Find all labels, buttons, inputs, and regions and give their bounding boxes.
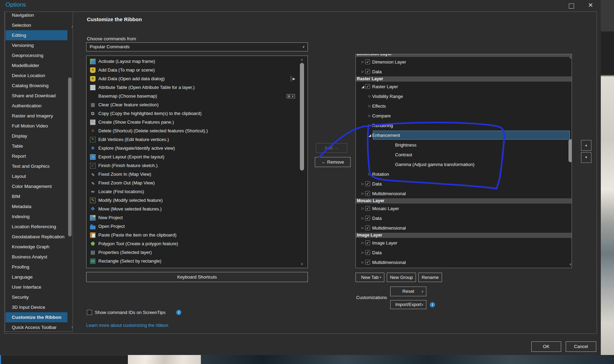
- command-row-move[interactable]: Move (Move selected features.): [87, 205, 308, 213]
- command-row-fixed-zoom-in[interactable]: Fixed Zoom In (Map View): [87, 170, 308, 179]
- command-row-copy[interactable]: Copy (Copy the highlighted item(s) to th…: [87, 109, 308, 118]
- command-row-activate[interactable]: Activate (Layout map frame): [87, 57, 308, 66]
- command-row-explore[interactable]: Explore (Navigate/Identify active view): [87, 144, 308, 152]
- command-row-fixed-zoom-out[interactable]: Fixed Zoom Out (Map View): [87, 179, 308, 187]
- commands-scroll-down-icon[interactable]: ∨: [301, 262, 303, 266]
- move-down-button[interactable]: ▼: [581, 152, 591, 163]
- expand-arrow-icon[interactable]: ▷: [360, 216, 365, 220]
- expand-arrow-icon[interactable]: ▷: [360, 70, 365, 73]
- expand-arrow-icon[interactable]: ▷: [360, 192, 365, 195]
- import-export-dropdown[interactable]: Import/Export ∨: [390, 300, 426, 309]
- expand-arrow-icon[interactable]: ▷: [367, 124, 372, 127]
- tree-item-effects[interactable]: ▷Effects: [356, 101, 572, 111]
- sidebar-scroll-up-icon[interactable]: ∧: [71, 25, 73, 28]
- tree-checkbox[interactable]: ✓: [365, 216, 370, 221]
- command-row-properties[interactable]: Properties (Selected layer): [87, 248, 308, 257]
- commands-source-dropdown[interactable]: Popular Commands ∨: [86, 42, 308, 51]
- tree-item-contrast[interactable]: Contrast: [356, 150, 572, 159]
- command-row-export-layout[interactable]: Export Layout (Export the layout): [87, 152, 308, 161]
- command-row-locate[interactable]: Locate (Find locations): [87, 187, 308, 196]
- new-tab-button[interactable]: New Tab ∨: [355, 273, 384, 282]
- sidebar-item-location-referencing[interactable]: Location Referencing: [6, 222, 67, 232]
- sidebar-item-customize-the-ribbon[interactable]: Customize the Ribbon: [6, 312, 67, 322]
- command-row-modify[interactable]: Modify (Modify selected feature): [87, 196, 308, 205]
- sidebar-item-language[interactable]: Language: [6, 272, 67, 282]
- tree-item-mosaic-layer[interactable]: ▷✓Mosaic Layer: [356, 204, 572, 213]
- sidebar-item-editing[interactable]: Editing: [6, 30, 67, 40]
- sidebar-item-geoprocessing[interactable]: Geoprocessing: [6, 50, 67, 60]
- tree-checkbox[interactable]: ✓: [365, 59, 370, 64]
- tree-item-multidimensional[interactable]: ▷✓Multidimensional: [356, 223, 572, 233]
- sidebar-item-modelbuilder[interactable]: ModelBuilder: [6, 60, 67, 71]
- command-row-add-data[interactable]: Add Data (To map or scene): [87, 66, 308, 74]
- tree-item-visibility-range[interactable]: ▷Visibility Range: [356, 91, 572, 101]
- tree-item-multidimensional[interactable]: ▷✓Multidimensional: [356, 257, 572, 267]
- tree-item-data[interactable]: ▷✓Data: [356, 179, 572, 189]
- sidebar-item-security[interactable]: Security: [6, 292, 67, 302]
- show-command-ids-info-icon[interactable]: i: [176, 310, 181, 315]
- command-row-rectangle[interactable]: Rectangle (Select by rectangle): [87, 257, 308, 265]
- sidebar-item-full-motion-video[interactable]: Full Motion Video: [6, 121, 67, 131]
- command-row-paste[interactable]: Paste (Paste the item on the clipboard): [87, 231, 308, 239]
- tree-item-rendering[interactable]: ▷Rendering: [356, 121, 572, 130]
- sidebar-item-quick-access-toolbar[interactable]: Quick Access Toolbar: [6, 322, 67, 332]
- sidebar-item-table[interactable]: Table: [6, 141, 67, 151]
- command-row-edit-vertices[interactable]: Edit Vertices (Edit feature vertices.): [87, 135, 308, 144]
- expand-arrow-icon[interactable]: ▷: [367, 114, 372, 117]
- tree-checkbox[interactable]: ✓: [365, 260, 370, 265]
- tree-item-raster-layer[interactable]: ◢✓Raster Layer: [356, 82, 572, 91]
- maximize-button[interactable]: [569, 3, 574, 9]
- sidebar-item-layout[interactable]: Layout: [6, 171, 67, 181]
- tree-item-dimension-layer[interactable]: ▷✓Dimension Layer: [356, 57, 572, 67]
- command-row-new-project[interactable]: New Project: [87, 213, 308, 222]
- sidebar-item-3d-input-device[interactable]: 3D Input Device: [6, 302, 67, 312]
- tree-checkbox[interactable]: ✓: [365, 250, 370, 255]
- sidebar-item-share-and-download[interactable]: Share and Download: [6, 91, 67, 101]
- expand-arrow-icon[interactable]: ▷: [360, 241, 365, 245]
- import-export-info-icon[interactable]: i: [430, 302, 435, 307]
- tree-item-enhancement[interactable]: ◢Enhancement: [356, 130, 572, 140]
- sidebar-item-geodatabase-replication[interactable]: Geodatabase Replication: [6, 232, 67, 242]
- sidebar-item-user-interface[interactable]: User Interface: [6, 282, 67, 292]
- sidebar-item-knowledge-graph[interactable]: Knowledge Graph: [6, 242, 67, 252]
- command-row-add-data[interactable]: Add Data (Open add data dialog)▶: [87, 74, 308, 83]
- sidebar-item-display[interactable]: Display: [6, 131, 67, 141]
- sidebar-item-text-and-graphics[interactable]: Text and Graphics: [6, 161, 67, 171]
- sidebar-scroll-down-icon[interactable]: ∨: [71, 325, 73, 329]
- command-row-delete[interactable]: Delete (Shortcut) (Delete selected featu…: [87, 126, 308, 135]
- tree-item-multidimensional[interactable]: ▷✓Multidimensional: [356, 189, 572, 198]
- keyboard-shortcuts-button[interactable]: Keyboard Shortcuts: [86, 272, 308, 282]
- sidebar-item-business-analyst[interactable]: Business Analyst: [6, 252, 67, 262]
- tree-scrollbar[interactable]: [568, 139, 572, 162]
- tree-item-brightness[interactable]: Brightness: [356, 140, 572, 150]
- tree-checkbox[interactable]: ✓: [365, 225, 370, 230]
- tree-scroll-down-icon[interactable]: ∨: [569, 263, 572, 266]
- tree-item-data[interactable]: ▷✓Data: [356, 213, 572, 223]
- commands-scrollbar[interactable]: [300, 63, 304, 171]
- expand-arrow-icon[interactable]: ▷: [360, 260, 365, 264]
- command-row-attribute-table[interactable]: Attribute Table (Open Attribute Table fo…: [87, 83, 308, 92]
- reset-dropdown[interactable]: Reset ∨: [390, 287, 426, 296]
- sidebar-item-device-location[interactable]: Device Location: [6, 71, 67, 81]
- command-row-basemap[interactable]: Basemap (Choose basemap)⊞ ▾: [87, 92, 308, 100]
- tree-checkbox[interactable]: ✓: [365, 84, 370, 89]
- command-row-polygon-tool[interactable]: Polygon Tool (Create a polygon feature): [87, 239, 308, 248]
- tree-checkbox[interactable]: ✓: [365, 206, 370, 211]
- sidebar-item-raster-and-imagery[interactable]: Raster and Imagery: [6, 111, 67, 121]
- sidebar-scrollbar[interactable]: [68, 77, 72, 237]
- expand-arrow-icon[interactable]: ▷: [360, 251, 365, 254]
- sidebar-item-metadata[interactable]: Metadata: [6, 201, 67, 212]
- expand-arrow-icon[interactable]: ▷: [367, 94, 372, 98]
- ok-button[interactable]: OK: [531, 341, 561, 352]
- rename-button[interactable]: Rename: [418, 273, 442, 282]
- add-button[interactable]: Add →: [316, 143, 347, 153]
- new-group-button[interactable]: New Group: [387, 273, 416, 282]
- command-row-create[interactable]: Create (Show Create Features pane.): [87, 118, 308, 126]
- collapse-arrow-icon[interactable]: ◢: [367, 133, 372, 137]
- tree-checkbox[interactable]: ✓: [365, 240, 370, 245]
- sidebar-item-report[interactable]: Report: [6, 151, 67, 161]
- collapse-arrow-icon[interactable]: ◢: [360, 85, 365, 89]
- sidebar-item-proofing[interactable]: Proofing: [6, 262, 67, 272]
- remove-button[interactable]: ← Remove: [315, 157, 351, 167]
- sidebar-item-catalog-browsing[interactable]: Catalog Browsing: [6, 81, 67, 91]
